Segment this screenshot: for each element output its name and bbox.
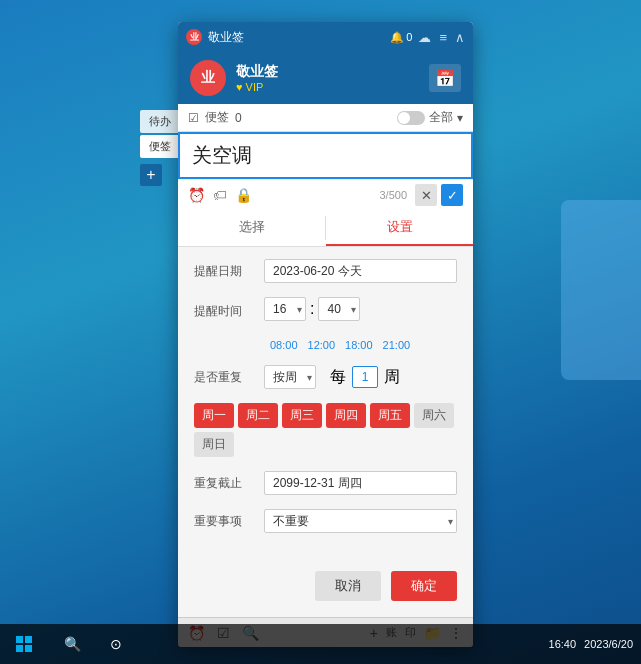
time-presets: 08:00 12:00 18:00 21:00 <box>194 339 457 351</box>
week-num-input[interactable] <box>352 366 378 388</box>
profile-name: 敬业签 <box>236 63 419 81</box>
bell-badge: 🔔 0 <box>390 31 412 44</box>
weekday-tue[interactable]: 周二 <box>238 403 278 428</box>
tab-settings[interactable]: 设置 <box>326 210 473 246</box>
svg-rect-1 <box>25 636 32 643</box>
weekday-row: 周一 周二 周三 周四 周五 周六 周日 <box>194 403 457 457</box>
reminder-date-control <box>264 259 457 283</box>
importance-select[interactable]: 不重要 <box>264 509 457 533</box>
profile-info: 敬业签 ♥ VIP <box>236 63 419 93</box>
cancel-button[interactable]: 取消 <box>315 571 381 601</box>
reminder-time-label: 提醒时间 <box>194 303 264 320</box>
sticky-label: 便签 <box>205 109 229 126</box>
lock-icon[interactable]: 🔒 <box>235 187 252 203</box>
repeat-select-wrapper[interactable]: 按周 <box>264 365 316 389</box>
bell-icon: 🔔 <box>390 31 404 44</box>
profile-vip: ♥ VIP <box>236 81 419 93</box>
note-input[interactable] <box>178 132 473 179</box>
importance-control: 不重要 <box>264 509 457 533</box>
title-bar-controls: ☁ ≡ ∧ <box>418 30 465 45</box>
per-week: 每 周 <box>330 366 400 388</box>
end-date-input[interactable] <box>264 471 457 495</box>
taskbar-cortana[interactable]: ⊙ <box>96 624 136 664</box>
confirm-button[interactable]: 确定 <box>391 571 457 601</box>
checkbox-icon: ☑ <box>188 111 199 125</box>
importance-select-wrapper[interactable]: 不重要 <box>264 509 457 533</box>
start-button[interactable] <box>0 624 48 664</box>
minute-select[interactable]: 40 <box>318 297 360 321</box>
weekday-mon[interactable]: 周一 <box>194 403 234 428</box>
taskbar-date: 2023/6/20 <box>584 638 633 650</box>
app-window: 业 敬业签 🔔 0 ☁ ≡ ∧ 业 敬业签 ♥ VIP 📅 ☑ 便签 0 全部 … <box>178 22 473 647</box>
repeat-select[interactable]: 按周 <box>264 365 316 389</box>
settings-panel: 选择 设置 提醒日期 提醒时间 16 <box>178 210 473 647</box>
reminder-date-label: 提醒日期 <box>194 263 264 280</box>
weekday-fri[interactable]: 周五 <box>370 403 410 428</box>
repeat-control: 按周 每 周 <box>264 365 457 389</box>
preset-1200[interactable]: 12:00 <box>308 339 336 351</box>
app-title: 敬业签 <box>208 29 384 46</box>
taskbar: 🔍 ⊙ 16:40 2023/6/20 <box>0 624 641 664</box>
hour-select[interactable]: 16 <box>264 297 306 321</box>
weekday-wed[interactable]: 周三 <box>282 403 322 428</box>
svg-rect-2 <box>16 645 23 652</box>
weekday-thu[interactable]: 周四 <box>326 403 366 428</box>
preset-2100[interactable]: 21:00 <box>383 339 411 351</box>
hour-select-wrapper[interactable]: 16 <box>264 297 306 321</box>
toggle-switch[interactable] <box>397 111 425 125</box>
reminder-time-row: 提醒时间 16 : 40 <box>194 297 457 325</box>
settings-tabs: 选择 设置 <box>178 210 473 247</box>
cancel-note-button[interactable]: ✕ <box>415 184 437 206</box>
end-date-label: 重复截止 <box>194 475 264 492</box>
sidebar-tab-pending[interactable]: 待办 <box>140 110 180 133</box>
end-date-control <box>264 471 457 495</box>
weekday-sun[interactable]: 周日 <box>194 432 234 457</box>
svg-rect-3 <box>25 645 32 652</box>
zhou-label: 周 <box>384 367 400 388</box>
reminder-date-row: 提醒日期 <box>194 259 457 283</box>
time-colon: : <box>310 300 314 318</box>
sticky-count: 0 <box>235 111 242 125</box>
profile-section: 业 敬业签 ♥ VIP 📅 <box>178 52 473 104</box>
toggle-all-label: 全部 <box>429 109 453 126</box>
taskbar-icons: 🔍 ⊙ <box>48 624 549 664</box>
minute-select-wrapper[interactable]: 40 <box>318 297 360 321</box>
toggle-arrow: ▾ <box>457 111 463 125</box>
cloud-icon[interactable]: ☁ <box>418 30 431 45</box>
settings-footer: 取消 确定 <box>178 563 473 617</box>
note-editor: ⏰ 🏷 🔒 3/500 ✕ ✓ <box>178 132 473 210</box>
bell-count: 0 <box>406 31 412 43</box>
calendar-button[interactable]: 📅 <box>429 64 461 92</box>
confirm-note-button[interactable]: ✓ <box>441 184 463 206</box>
note-toolbar: ⏰ 🏷 🔒 3/500 ✕ ✓ <box>178 179 473 210</box>
note-actions: ✕ ✓ <box>415 184 463 206</box>
app-icon: 业 <box>186 29 202 45</box>
repeat-row: 是否重复 按周 每 周 <box>194 365 457 389</box>
profile-avatar: 业 <box>190 60 226 96</box>
menu-icon[interactable]: ≡ <box>439 30 447 45</box>
tab-select[interactable]: 选择 <box>178 210 325 246</box>
reminder-time-control: 16 : 40 <box>264 297 457 321</box>
tag-icon[interactable]: 🏷 <box>213 187 227 203</box>
importance-row: 重要事项 不重要 <box>194 509 457 533</box>
toggle-all[interactable]: 全部 ▾ <box>397 109 463 126</box>
decorative-shape <box>561 200 641 380</box>
reminder-date-input[interactable] <box>264 259 457 283</box>
svg-rect-0 <box>16 636 23 643</box>
settings-content: 提醒日期 提醒时间 16 : 40 <box>178 247 473 563</box>
repeat-label: 是否重复 <box>194 369 264 386</box>
taskbar-time: 16:40 <box>549 638 577 650</box>
taskbar-right: 16:40 2023/6/20 <box>549 638 641 650</box>
char-count: 3/500 <box>379 189 407 201</box>
expand-icon[interactable]: ∧ <box>455 30 465 45</box>
note-toolbar-icons: ⏰ 🏷 🔒 <box>188 187 252 203</box>
clock-icon[interactable]: ⏰ <box>188 187 205 203</box>
sidebar-tab-sticky[interactable]: 便签 <box>140 135 180 158</box>
weekday-sat[interactable]: 周六 <box>414 403 454 428</box>
end-date-row: 重复截止 <box>194 471 457 495</box>
preset-0800[interactable]: 08:00 <box>270 339 298 351</box>
preset-1800[interactable]: 18:00 <box>345 339 373 351</box>
sidebar-left: 待办 便签 + <box>140 110 180 186</box>
taskbar-search[interactable]: 🔍 <box>52 624 92 664</box>
sidebar-add-button[interactable]: + <box>140 164 162 186</box>
